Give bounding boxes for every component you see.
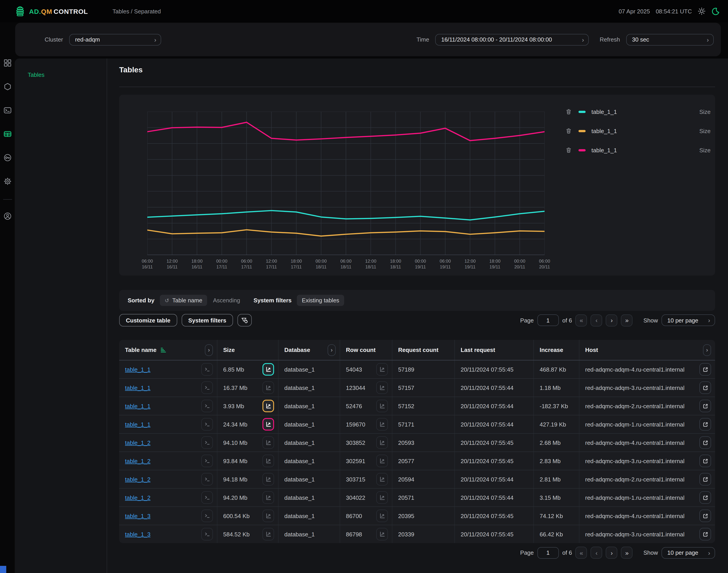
sort-direction[interactable]: Ascending bbox=[213, 297, 240, 304]
host-link-button[interactable] bbox=[699, 473, 711, 485]
last-page-button[interactable]: » bbox=[621, 546, 633, 559]
column-header-host[interactable]: Host› bbox=[579, 340, 715, 360]
host-link-button[interactable] bbox=[699, 363, 711, 376]
per-page-select[interactable]: 10 per page › bbox=[662, 547, 715, 559]
size-chart-button[interactable] bbox=[263, 491, 274, 504]
column-header-request-count[interactable]: Request count bbox=[392, 340, 455, 360]
query-table-button[interactable] bbox=[201, 363, 213, 376]
table-name-link[interactable]: table_1_2 bbox=[125, 476, 151, 482]
host-link-button[interactable] bbox=[699, 381, 711, 394]
query-table-button[interactable] bbox=[201, 418, 213, 430]
row-count-chart-button[interactable] bbox=[376, 491, 388, 504]
table-name-link[interactable]: table_1_1 bbox=[125, 384, 151, 391]
series-label[interactable]: table_1_1 bbox=[592, 147, 617, 153]
column-header-table-name[interactable]: Table name› bbox=[119, 340, 217, 360]
size-chart-button[interactable] bbox=[263, 455, 274, 467]
theme-moon-icon[interactable] bbox=[712, 7, 720, 15]
size-chart-button[interactable] bbox=[263, 528, 274, 540]
delete-series-button[interactable] bbox=[565, 128, 572, 134]
host-link-button[interactable] bbox=[699, 455, 711, 467]
prev-page-button[interactable]: ‹ bbox=[591, 546, 602, 559]
query-table-button[interactable] bbox=[201, 400, 213, 412]
query-table-button[interactable] bbox=[201, 381, 213, 394]
host-link-button[interactable] bbox=[699, 400, 711, 412]
row-count-chart-button[interactable] bbox=[376, 455, 388, 467]
sidebar-item-nodes[interactable] bbox=[3, 83, 11, 91]
query-table-button[interactable] bbox=[201, 491, 213, 504]
column-header-row-count[interactable]: Row count bbox=[340, 340, 392, 360]
sidebar-item-keys[interactable] bbox=[3, 154, 11, 162]
series-label[interactable]: table_1_1 bbox=[592, 127, 617, 134]
size-chart-button[interactable] bbox=[263, 400, 274, 412]
row-count-chart-button[interactable] bbox=[376, 418, 388, 430]
time-range-select[interactable]: 16/11/2024 08:00:00 - 20/11/2024 08:00:0… bbox=[435, 34, 589, 45]
host-link-button[interactable] bbox=[699, 510, 711, 522]
first-page-button[interactable]: « bbox=[575, 314, 587, 326]
next-page-button[interactable]: › bbox=[606, 546, 618, 559]
row-count-chart-button[interactable] bbox=[376, 473, 388, 485]
system-filter-chip[interactable]: Existing tables bbox=[297, 295, 344, 306]
query-table-button[interactable] bbox=[201, 510, 213, 522]
customize-table-button[interactable]: Customize table bbox=[119, 314, 177, 326]
column-header-last-request[interactable]: Last request bbox=[455, 340, 534, 360]
column-header-size[interactable]: Size bbox=[217, 340, 279, 360]
row-count-chart-button[interactable] bbox=[376, 528, 388, 540]
last-page-button[interactable]: » bbox=[621, 314, 633, 326]
system-filters-button[interactable]: System filters bbox=[181, 314, 233, 326]
host-link-button[interactable] bbox=[699, 528, 711, 540]
sidebar-item-settings[interactable] bbox=[3, 177, 11, 185]
theme-sun-icon[interactable] bbox=[697, 7, 706, 15]
page-number-input[interactable] bbox=[538, 547, 559, 559]
query-table-button[interactable] bbox=[201, 455, 213, 467]
query-table-button[interactable] bbox=[201, 436, 213, 449]
host-link-button[interactable] bbox=[699, 418, 711, 430]
line-chart[interactable] bbox=[147, 112, 545, 255]
table-name-link[interactable]: table_1_2 bbox=[125, 439, 151, 446]
size-chart-button[interactable] bbox=[263, 381, 274, 394]
row-count-chart-button[interactable] bbox=[376, 363, 388, 376]
query-table-button[interactable] bbox=[201, 528, 213, 540]
delete-series-button[interactable] bbox=[565, 108, 572, 115]
column-header-increase[interactable]: Increase bbox=[534, 340, 579, 360]
prev-page-button[interactable]: ‹ bbox=[591, 314, 602, 326]
host-link-button[interactable] bbox=[699, 436, 711, 449]
first-page-button[interactable]: « bbox=[575, 546, 587, 559]
next-page-button[interactable]: › bbox=[606, 314, 618, 326]
cluster-select[interactable]: red-adqm › bbox=[69, 34, 161, 45]
page-number-input[interactable] bbox=[538, 314, 559, 326]
table-name-link[interactable]: table_1_1 bbox=[125, 366, 151, 373]
row-count-chart-button[interactable] bbox=[376, 381, 388, 394]
sidebar-item-dashboard[interactable] bbox=[3, 59, 11, 67]
column-header-database[interactable]: Database› bbox=[279, 340, 340, 360]
column-expand-button[interactable]: › bbox=[703, 344, 711, 356]
column-expand-button[interactable]: › bbox=[328, 344, 336, 356]
column-expand-button[interactable]: › bbox=[205, 344, 213, 356]
query-table-button[interactable] bbox=[201, 473, 213, 485]
table-name-link[interactable]: table_1_1 bbox=[125, 403, 151, 409]
sort-field-chip[interactable]: ↺Table name bbox=[160, 295, 207, 306]
size-chart-button[interactable] bbox=[263, 510, 274, 522]
host-link-button[interactable] bbox=[699, 491, 711, 504]
table-name-link[interactable]: table_1_2 bbox=[125, 458, 151, 464]
row-count-chart-button[interactable] bbox=[376, 400, 388, 412]
size-chart-button[interactable] bbox=[263, 363, 274, 376]
series-label[interactable]: table_1_1 bbox=[592, 108, 617, 115]
sidebar-item-terminal[interactable] bbox=[3, 106, 11, 114]
app-logo[interactable]: AD.QMCONTROL bbox=[14, 5, 88, 17]
delete-series-button[interactable] bbox=[565, 147, 572, 153]
sidebar-item-tables-link[interactable]: Tables bbox=[28, 71, 107, 78]
table-name-link[interactable]: table_1_3 bbox=[125, 513, 151, 519]
table-name-link[interactable]: table_1_1 bbox=[125, 421, 151, 428]
table-name-link[interactable]: table_1_3 bbox=[125, 531, 151, 537]
size-chart-button[interactable] bbox=[263, 418, 274, 430]
sidebar-item-tables[interactable] bbox=[3, 130, 11, 138]
reset-filters-button[interactable] bbox=[237, 314, 252, 326]
table-name-link[interactable]: table_1_2 bbox=[125, 494, 151, 501]
row-count-chart-button[interactable] bbox=[376, 510, 388, 522]
size-chart-button[interactable] bbox=[263, 473, 274, 485]
row-count-chart-button[interactable] bbox=[376, 436, 388, 449]
refresh-interval-select[interactable]: 30 sec › bbox=[626, 34, 714, 45]
per-page-select[interactable]: 10 per page › bbox=[662, 314, 715, 326]
size-chart-button[interactable] bbox=[263, 436, 274, 449]
sidebar-item-account[interactable] bbox=[3, 212, 11, 220]
